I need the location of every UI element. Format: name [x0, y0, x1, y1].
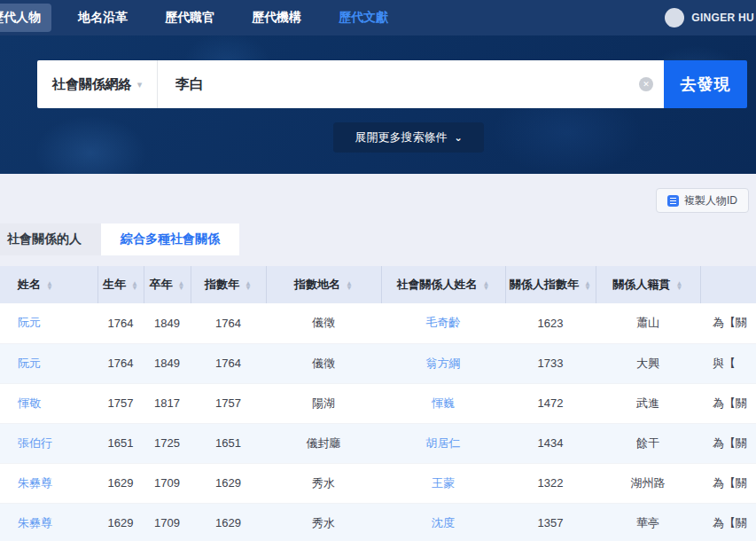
person-link[interactable]: 張伯行 [18, 436, 52, 450]
search-bar: 社會關係網絡 ▾ ✕ 去發現 [37, 60, 747, 108]
search-category-select[interactable]: 社會關係網絡 ▾ [37, 60, 158, 108]
sort-icon[interactable]: ▲▼ [178, 281, 185, 290]
chevron-down-icon: ⌄ [454, 132, 462, 144]
col-header-index-place[interactable]: 指數地名▲▼ [266, 266, 381, 303]
results-table: 姓名▲▼ 生年▲▼ 卒年▲▼ 指數年▲▼ 指數地名▲▼ 社會關係人姓名▲▼ 關係… [0, 266, 756, 541]
table-row[interactable]: 朱彝尊 1629 1709 1629 秀水 沈度 1357 華亭 為【關 [0, 503, 756, 541]
nav-tab-offices[interactable]: 歷代職官 [154, 4, 225, 32]
table-row[interactable]: 阮元 1764 1849 1764 儀徵 毛奇齡 1623 蕭山 為【關 [0, 303, 756, 343]
hero-section: 社會關係網絡 ▾ ✕ 去發現 展開更多搜索條件 ⌄ [0, 35, 756, 174]
clear-icon[interactable]: ✕ [639, 77, 653, 91]
expand-conditions-button[interactable]: 展開更多搜索條件 ⌄ [333, 122, 484, 153]
sort-icon[interactable]: ▲▼ [483, 281, 490, 290]
assoc-person-link[interactable]: 王蒙 [432, 476, 455, 490]
sort-icon[interactable]: ▲▼ [676, 281, 683, 290]
results-table-wrap: 姓名▲▼ 生年▲▼ 卒年▲▼ 指數年▲▼ 指數地名▲▼ 社會關係人姓名▲▼ 關係… [0, 266, 756, 541]
table-row[interactable]: 阮元 1764 1849 1764 儀徵 翁方綱 1733 大興 與【 [0, 343, 756, 383]
col-header-assoc-index-year[interactable]: 關係人指數年▲▼ [505, 266, 596, 303]
person-link[interactable]: 惲敬 [18, 396, 41, 410]
result-tabs: 社會關係的人 綜合多種社會關係 [0, 223, 239, 255]
copy-icon [667, 195, 679, 207]
col-header-index-year[interactable]: 指數年▲▼ [191, 266, 266, 303]
assoc-person-link[interactable]: 惲巍 [432, 396, 455, 410]
copy-person-id-label: 複製人物ID [684, 193, 737, 208]
nav-tab-people[interactable]: 歷代人物 [0, 4, 51, 32]
assoc-person-link[interactable]: 沈度 [432, 516, 455, 529]
person-link[interactable]: 阮元 [18, 357, 41, 370]
nav-tab-institutions[interactable]: 歷代機構 [241, 4, 312, 32]
search-category-label: 社會關係網絡 [52, 76, 132, 93]
person-link[interactable]: 朱彝尊 [18, 476, 52, 490]
tab-combined-relations[interactable]: 綜合多種社會關係 [101, 223, 239, 255]
chevron-down-icon: ▾ [137, 79, 143, 90]
col-header-assoc-origin[interactable]: 關係人籍貫▲▼ [596, 266, 700, 303]
avatar[interactable] [665, 8, 684, 27]
table-row[interactable]: 惲敬 1757 1817 1757 陽湖 惲巍 1472 武進 為【關 [0, 383, 756, 423]
assoc-person-link[interactable]: 胡居仁 [426, 436, 461, 450]
search-input-wrap: ✕ [158, 60, 664, 108]
table-row[interactable]: 張伯行 1651 1725 1651 儀封廳 胡居仁 1434 餘干 為【關 [0, 423, 756, 463]
assoc-person-link[interactable]: 毛奇齡 [426, 316, 461, 329]
col-header-name[interactable]: 姓名▲▼ [0, 266, 97, 303]
col-header-assoc-name[interactable]: 社會關係人姓名▲▼ [381, 266, 505, 303]
nav-tab-placenames[interactable]: 地名沿革 [67, 4, 138, 32]
nav-tabs: 歷代人物 地名沿革 歷代職官 歷代機構 歷代文獻 [0, 4, 399, 32]
content-area: 複製人物ID 社會關係的人 綜合多種社會關係 姓名▲▼ 生年▲▼ 卒年▲▼ 指數… [0, 174, 756, 541]
top-nav: 歷代人物 地名沿革 歷代職官 歷代機構 歷代文獻 GINGER HU [0, 0, 756, 35]
table-header-row: 姓名▲▼ 生年▲▼ 卒年▲▼ 指數年▲▼ 指數地名▲▼ 社會關係人姓名▲▼ 關係… [0, 266, 756, 303]
nav-tab-texts[interactable]: 歷代文獻 [328, 4, 399, 32]
col-header-birth-year[interactable]: 生年▲▼ [97, 266, 144, 303]
table-row[interactable]: 朱彝尊 1629 1709 1629 秀水 王蒙 1322 湖州路 為【關 [0, 463, 756, 503]
sort-icon[interactable]: ▲▼ [584, 281, 591, 290]
person-link[interactable]: 阮元 [18, 316, 41, 329]
expand-conditions-label: 展開更多搜索條件 [355, 129, 447, 145]
sort-icon[interactable]: ▲▼ [131, 281, 138, 290]
sort-icon[interactable]: ▲▼ [245, 281, 252, 290]
sort-icon[interactable]: ▲▼ [46, 281, 53, 290]
user-menu[interactable]: GINGER HU [665, 0, 756, 35]
assoc-person-link[interactable]: 翁方綱 [426, 357, 461, 370]
username: GINGER HU [691, 12, 754, 24]
copy-person-id-button[interactable]: 複製人物ID [656, 188, 749, 213]
search-submit-button[interactable]: 去發現 [664, 60, 747, 108]
col-header-relation[interactable]: 關係 [700, 266, 756, 303]
sort-icon[interactable]: ▲▼ [346, 281, 353, 290]
col-header-death-year[interactable]: 卒年▲▼ [144, 266, 191, 303]
page: 歷代人物 地名沿革 歷代職官 歷代機構 歷代文獻 GINGER HU 社會關係網… [0, 0, 756, 541]
person-link[interactable]: 朱彝尊 [18, 516, 52, 529]
search-input[interactable] [158, 60, 664, 108]
tab-related-people[interactable]: 社會關係的人 [0, 223, 101, 255]
